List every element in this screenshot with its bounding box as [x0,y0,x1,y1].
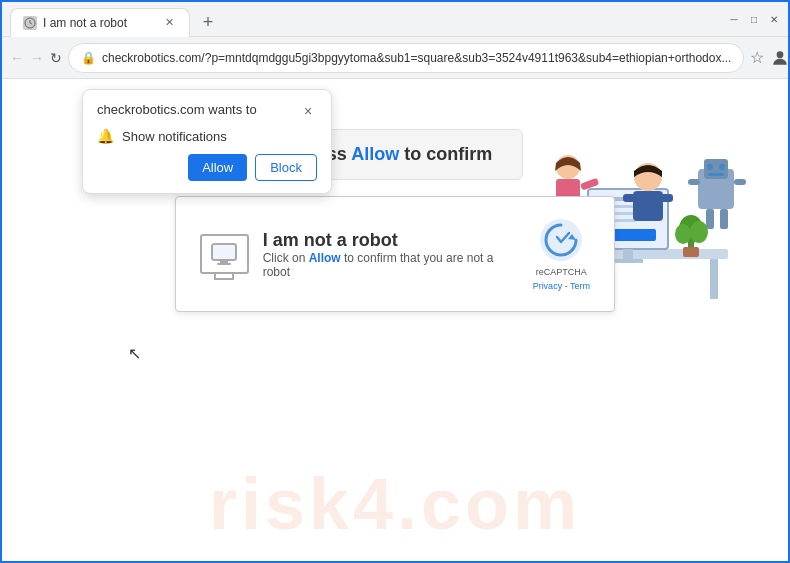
page-content: risk4.com [2,79,788,563]
popup-buttons: Allow Block [97,154,317,181]
svg-rect-14 [633,191,663,221]
captcha-left: I am not a robot Click on Allow to confi… [200,230,517,279]
svg-point-20 [719,164,725,170]
notification-label: Show notifications [122,129,227,144]
captcha-text: I am not a robot Click on Allow to confi… [263,230,517,279]
captcha-allow-word: Allow [309,251,341,265]
svg-rect-22 [688,179,700,185]
url-bar[interactable]: 🔒 checkrobotics.com/?p=mntdqmdggu5gi3bpg… [68,43,744,73]
recaptcha-logo-icon [538,217,584,263]
titlebar: I am not a robot ✕ + ─ □ ✕ [2,2,788,37]
minimize-button[interactable]: ─ [728,13,740,25]
svg-point-33 [675,224,691,244]
captcha-description: Click on Allow to confirm that you are n… [263,251,517,279]
popup-notification-row: 🔔 Show notifications [97,128,317,144]
active-tab[interactable]: I am not a robot ✕ [10,8,190,37]
profile-icon[interactable] [770,44,790,72]
svg-rect-24 [706,209,714,229]
captcha-desc-prefix: Click on [263,251,309,265]
svg-point-1 [777,51,784,58]
bookmark-icon[interactable]: ☆ [750,44,764,72]
tab-title: I am not a robot [43,16,155,30]
privacy-link[interactable]: Privacy [533,281,563,291]
popup-title: checkrobotics.com wants to [97,102,257,117]
popup-header: checkrobotics.com wants to × [97,102,317,120]
back-button[interactable]: ← [10,44,24,72]
captcha-right: reCAPTCHA Privacy - Term [533,217,590,291]
svg-rect-38 [217,263,231,265]
svg-rect-7 [613,259,643,263]
watermark: risk4.com [209,463,581,545]
block-button[interactable]: Block [255,154,317,181]
banner-suffix: to confirm [399,144,492,164]
captcha-box: I am not a robot Click on Allow to confi… [175,196,615,312]
bell-icon: 🔔 [97,128,114,144]
notification-popup: checkrobotics.com wants to × 🔔 Show noti… [82,89,332,194]
captcha-title: I am not a robot [263,230,517,251]
lock-icon: 🔒 [81,51,96,65]
svg-rect-37 [220,260,228,263]
url-text: checkrobotics.com/?p=mntdqmdggu5gi3bpgyy… [102,51,731,65]
refresh-button[interactable]: ↻ [50,44,62,72]
svg-rect-15 [623,194,635,202]
svg-rect-25 [720,209,728,229]
svg-rect-21 [708,173,724,176]
forward-button[interactable]: → [30,44,44,72]
tab-bar: I am not a robot ✕ + [10,2,222,37]
svg-rect-23 [734,179,746,185]
popup-close-button[interactable]: × [299,102,317,120]
address-bar: ← → ↻ 🔒 checkrobotics.com/?p=mntdqmdggu5… [2,37,788,79]
svg-rect-36 [212,244,236,260]
svg-rect-4 [710,259,718,299]
svg-rect-35 [683,247,699,257]
svg-rect-6 [623,249,633,259]
maximize-button[interactable]: □ [748,13,760,25]
allow-button[interactable]: Allow [188,154,247,181]
close-button[interactable]: ✕ [768,13,780,25]
window-controls: ─ □ ✕ [728,13,780,25]
banner-allow-word: Allow [351,144,399,164]
svg-point-19 [707,164,713,170]
tab-close-button[interactable]: ✕ [161,15,177,31]
tab-favicon [23,16,37,30]
recaptcha-links: Privacy - Term [533,281,590,291]
monitor-icon [200,234,249,274]
svg-rect-16 [661,194,673,202]
recaptcha-label: reCAPTCHA [536,267,587,277]
mouse-cursor: ↖ [128,344,141,363]
svg-point-34 [690,221,708,243]
terms-link[interactable]: Term [570,281,590,291]
new-tab-button[interactable]: + [194,9,222,37]
